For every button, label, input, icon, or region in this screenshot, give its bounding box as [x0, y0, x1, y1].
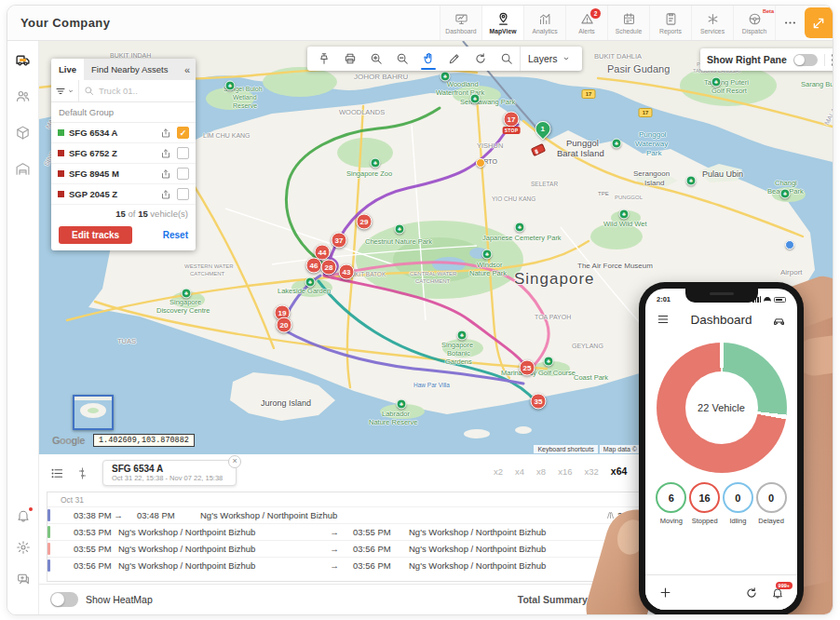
toolbar-zoom-in-icon[interactable] — [363, 47, 389, 71]
toolbar-zoom-out-icon[interactable] — [389, 47, 415, 71]
nav-item-alerts[interactable]: Alerts2 — [565, 6, 607, 40]
share-icon[interactable] — [160, 148, 171, 159]
menu-icon[interactable] — [657, 313, 670, 326]
sidebar-drivers-icon[interactable] — [15, 88, 31, 104]
park-pin-icon[interactable]: ♣ — [470, 94, 481, 104]
nav-item-services[interactable]: Services — [691, 6, 733, 40]
filter-button[interactable] — [51, 80, 79, 101]
orange-dot-marker[interactable] — [476, 158, 485, 168]
stat-delayed[interactable]: 0Delayed — [754, 482, 788, 525]
vehicle-checkbox[interactable]: ✓ — [177, 127, 189, 139]
share-icon[interactable] — [160, 189, 171, 200]
heatmap-toggle[interactable] — [50, 592, 78, 607]
map-marker[interactable]: 43 — [339, 264, 355, 280]
nav-item-mapview[interactable]: MapView — [481, 6, 523, 40]
park-pin-icon[interactable]: ♣ — [544, 357, 554, 367]
park-pin-icon[interactable]: ♣ — [482, 249, 493, 260]
vehicle-status-donut[interactable]: 22 Vehicle — [657, 343, 787, 473]
speed-x4[interactable]: x4 — [515, 466, 524, 477]
map-marker[interactable]: 37 — [332, 233, 347, 249]
toolbar-pan-icon[interactable] — [415, 47, 441, 71]
park-pin-icon[interactable]: ♣ — [457, 330, 467, 341]
park-pin-icon[interactable]: ♣ — [371, 158, 381, 168]
toolbar-refresh-icon[interactable] — [467, 47, 494, 71]
stat-moving[interactable]: 6Moving — [655, 482, 688, 525]
attribution-text[interactable]: Map data © — [600, 445, 641, 453]
bell-icon[interactable]: 999+ — [771, 586, 784, 600]
speed-x8[interactable]: x8 — [536, 466, 546, 477]
park-pin-icon[interactable]: ♣ — [395, 224, 405, 235]
map-marker[interactable]: 28 — [321, 260, 337, 276]
vehicle-checkbox[interactable] — [177, 147, 189, 159]
tab-live[interactable]: Live — [51, 59, 84, 80]
sidebar-assets-icon[interactable] — [15, 125, 31, 141]
nav-item-reports[interactable]: Reports — [649, 6, 691, 40]
speed-x2[interactable]: x2 — [494, 466, 503, 477]
nav-item-schedule[interactable]: Schedule — [607, 6, 649, 40]
show-right-pane-toggle[interactable] — [793, 54, 818, 66]
map-marker[interactable]: 35 — [531, 394, 547, 410]
asset-search-input[interactable] — [94, 86, 196, 96]
map-marker[interactable]: 20 — [277, 317, 292, 333]
map-marker[interactable]: 46 — [306, 258, 322, 274]
park-pin-icon[interactable]: ♣ — [780, 189, 791, 199]
edit-tracks-button[interactable]: Edit tracks — [59, 226, 132, 244]
collapse-panel-button[interactable]: « — [179, 64, 196, 75]
stat-stopped[interactable]: 16Stopped — [688, 482, 722, 525]
nav-item-dashboard[interactable]: Dashboard — [440, 6, 481, 40]
park-pin-icon[interactable]: ♣ — [182, 289, 192, 299]
share-icon[interactable] — [160, 128, 171, 139]
tab-find-nearby-assets[interactable]: Find Nearby Assets — [84, 59, 175, 80]
vehicle-checkbox[interactable] — [177, 188, 189, 200]
apps-grid-button[interactable] — [824, 54, 833, 66]
map-marker[interactable]: 25 — [520, 360, 535, 376]
group-header[interactable]: Default Group — [51, 102, 196, 123]
stat-idling[interactable]: 0Idling — [722, 482, 755, 525]
sidebar-settings-icon[interactable] — [16, 540, 31, 555]
toolbar-print-icon[interactable] — [337, 47, 363, 71]
refresh-icon[interactable] — [745, 586, 758, 600]
park-pin-icon[interactable]: ♣ — [225, 81, 236, 91]
attribution-text[interactable]: Keyboard shortcuts — [534, 445, 597, 453]
nav-item-dispatch[interactable]: DispatchBeta — [733, 6, 775, 40]
plus-icon[interactable] — [658, 586, 672, 600]
speed-x64[interactable]: x64 — [611, 465, 628, 477]
blue-dot-marker[interactable] — [785, 240, 794, 249]
sidebar-notifications-icon[interactable] — [16, 508, 31, 523]
nav-more-button[interactable] — [775, 6, 805, 40]
share-icon[interactable] — [160, 168, 171, 180]
vehicle-row[interactable]: SFG 8945 M — [51, 164, 196, 184]
vehicle-row[interactable]: SFG 6534 A✓ — [51, 123, 196, 143]
car-icon[interactable] — [772, 313, 786, 327]
vehicle-row[interactable]: SGP 2045 Z — [51, 184, 196, 205]
map-marker[interactable]: 17 — [504, 112, 520, 128]
vehicle-row[interactable]: SFG 6752 Z — [51, 143, 196, 164]
speed-x32[interactable]: x32 — [584, 466, 598, 477]
layers-dropdown[interactable]: Layers — [520, 47, 578, 71]
sidebar-feedback-icon[interactable] — [16, 572, 31, 586]
route-adjust-button[interactable] — [75, 466, 89, 480]
toolbar-search-icon[interactable] — [494, 47, 520, 71]
park-pin-icon[interactable]: ♣ — [397, 399, 407, 410]
reset-link[interactable]: Reset — [163, 230, 188, 240]
sidebar-truck-icon[interactable] — [15, 52, 31, 68]
selected-vehicle-chip[interactable]: SFG 6534 A Oct 31 22, 15:38 - Nov 07 22,… — [102, 460, 237, 486]
park-pin-icon[interactable]: ♣ — [515, 222, 525, 233]
speed-x16[interactable]: x16 — [558, 466, 572, 477]
vehicle-checkbox[interactable] — [177, 168, 189, 180]
toolbar-measure-icon[interactable] — [441, 47, 467, 71]
park-pin-icon[interactable]: ♣ — [305, 277, 316, 288]
nav-item-analytics[interactable]: Analytics — [523, 6, 565, 40]
park-pin-icon[interactable]: ♣ — [711, 77, 722, 88]
park-pin-icon[interactable]: ♣ — [440, 72, 451, 82]
park-pin-icon[interactable]: ♣ — [686, 176, 697, 186]
park-pin-icon[interactable]: ♣ — [619, 209, 630, 220]
sidebar-warehouse-icon[interactable] — [15, 161, 31, 177]
chip-close-button[interactable]: × — [228, 455, 241, 468]
list-view-button[interactable] — [50, 466, 64, 480]
map-marker[interactable]: 29 — [357, 214, 373, 230]
toolbar-pin-icon[interactable] — [311, 47, 337, 71]
park-pin-icon[interactable]: ♣ — [612, 139, 622, 149]
overview-inset-map[interactable] — [73, 395, 114, 430]
fullscreen-button[interactable] — [805, 7, 833, 38]
